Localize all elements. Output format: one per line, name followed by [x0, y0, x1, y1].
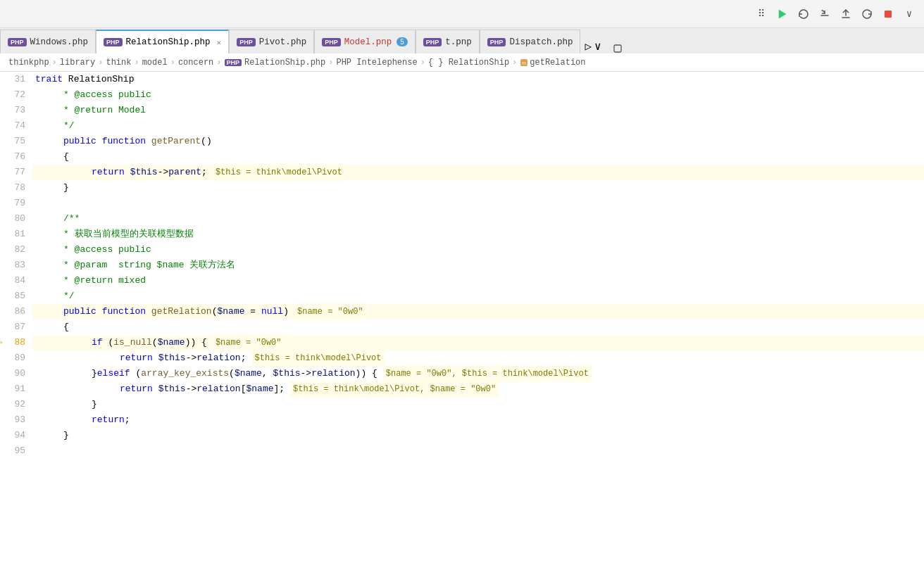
- code-line-94: }: [32, 428, 924, 443]
- ln-84: 84: [0, 273, 25, 289]
- code-line-77: return $this->parent;$this = think\model…: [32, 165, 924, 180]
- variable: $name: [235, 366, 262, 381]
- code-line-79: [32, 196, 924, 211]
- ln-77: 77: [0, 165, 25, 180]
- bc-intelephense: PHP Intelephense: [336, 58, 417, 68]
- bc-sep: ›: [52, 58, 57, 68]
- punctuation: [: [241, 381, 246, 397]
- keyword: public: [63, 304, 96, 319]
- step-out-icon[interactable]: [838, 6, 854, 22]
- tab-label: t.pnp: [445, 37, 472, 47]
- brace: {: [201, 335, 207, 350]
- code-line-75: public function getParent(): [32, 134, 924, 149]
- code-line-88: ▷ if (is_null($name)) {$name = "0w0": [32, 335, 924, 350]
- punctuation: (: [108, 335, 113, 350]
- variable: $this: [158, 350, 186, 366]
- tab-overflow-arrow: ▷: [585, 39, 592, 53]
- ln-83: 83: [0, 258, 25, 273]
- bc-sep: ›: [328, 58, 333, 68]
- rerun-icon[interactable]: [859, 6, 875, 22]
- keyword: elseif: [97, 366, 130, 381]
- keyword: public: [63, 134, 96, 149]
- svg-rect-5: [614, 45, 621, 52]
- php-badge: PHP: [237, 38, 256, 46]
- php-badge: PHP: [8, 38, 27, 46]
- code-line-74: */: [32, 118, 924, 134]
- property: relation: [196, 350, 240, 366]
- semicolon: ;: [125, 412, 130, 428]
- bc-file: RelationShip.php: [244, 58, 325, 68]
- tab-windows[interactable]: PHP Windows.php: [0, 30, 96, 53]
- comment: * @return Model: [63, 103, 146, 118]
- tab-label: Model.pnp: [344, 37, 392, 47]
- function: is_null: [113, 335, 152, 350]
- tab-pivot[interactable]: PHP Pivot.php: [229, 30, 314, 53]
- ln-81: 81: [0, 227, 25, 242]
- punctuation: (: [152, 335, 158, 350]
- comment: */: [63, 289, 75, 304]
- operator: ->: [301, 366, 312, 381]
- tab-overflow[interactable]: ▷ ∨: [580, 39, 605, 53]
- code-line-78: }: [32, 180, 924, 196]
- svg-rect-4: [885, 11, 892, 18]
- operator: ->: [186, 381, 197, 397]
- ln-90: 90: [0, 366, 25, 381]
- param: $name: [218, 304, 245, 319]
- bc-library: library: [60, 58, 95, 68]
- tab-overflow-chevron: ∨: [594, 39, 601, 53]
- step-over-icon[interactable]: [817, 6, 832, 22]
- code-line-31: trait RelationShip: [32, 72, 924, 87]
- tab-label: Dispatch.php: [509, 37, 573, 47]
- code-line-91: return $this->relation[$name];$this = th…: [32, 381, 924, 397]
- comment: /**: [63, 211, 80, 227]
- ln-85: 85: [0, 289, 25, 304]
- comment: * @access public: [63, 87, 151, 103]
- code-line-83: * @param string $name 关联方法名: [32, 258, 924, 273]
- run-icon[interactable]: [775, 6, 790, 22]
- ln-88: 88: [0, 335, 25, 350]
- tab-relationship[interactable]: PHP RelationShip.php ✕: [96, 30, 229, 53]
- tab-label: Windows.php: [30, 37, 89, 47]
- pin-icon[interactable]: [608, 44, 627, 53]
- tab-label: Pivot.php: [259, 37, 307, 47]
- more-icon[interactable]: ∨: [901, 6, 917, 22]
- tab-close-icon[interactable]: ✕: [217, 38, 222, 47]
- line-numbers: 31 72 73 74 75 76 77 78 79 80 81 82 83 8…: [0, 72, 32, 570]
- tab-dispatch[interactable]: PHP Dispatch.php: [480, 30, 581, 53]
- ln-82: 82: [0, 242, 25, 258]
- variable: $name: [246, 381, 273, 397]
- bc-class: { } RelationShip: [428, 58, 509, 68]
- keyword: if: [92, 335, 103, 350]
- function-name: getParent: [151, 134, 201, 149]
- refresh-icon[interactable]: [796, 6, 811, 22]
- ln-31: 31: [0, 72, 25, 87]
- code-line-92: }: [32, 397, 924, 412]
- debug-hint: $name = "0w0": [294, 303, 366, 320]
- ln-80: 80: [0, 211, 25, 227]
- punctuation: ];: [274, 381, 285, 397]
- code-line-85: */: [32, 289, 924, 304]
- comment: * @param string $name 关联方法名: [63, 258, 235, 273]
- code-line-86: public function getRelation($name = null…: [32, 304, 924, 319]
- variable: $this: [130, 165, 158, 180]
- variable: $this: [273, 366, 301, 381]
- ln-72: 72: [0, 87, 25, 103]
- code-container: 31 72 73 74 75 76 77 78 79 80 81 82 83 8…: [0, 72, 924, 570]
- punctuation: (: [229, 366, 235, 381]
- variable: $name: [158, 335, 185, 350]
- semicolon: ;: [201, 165, 207, 180]
- debug-hint: $this = think\model\Pivot: [213, 164, 345, 181]
- tab-t[interactable]: PHP t.pnp: [416, 30, 480, 53]
- function-name: getRelation: [151, 304, 212, 319]
- php-badge: PHP: [322, 38, 341, 46]
- tab-count-badge: 5: [397, 37, 408, 46]
- grid-icon[interactable]: ⠿: [754, 6, 769, 22]
- bc-concern: concern: [178, 58, 213, 68]
- punctuation: )): [356, 366, 367, 381]
- property: relation: [196, 381, 240, 397]
- keyword: return: [92, 412, 125, 428]
- tab-model[interactable]: PHP Model.pnp 5: [314, 30, 416, 53]
- stop-icon[interactable]: [880, 6, 896, 22]
- variable: $this: [158, 381, 186, 397]
- semicolon: ;: [241, 350, 246, 366]
